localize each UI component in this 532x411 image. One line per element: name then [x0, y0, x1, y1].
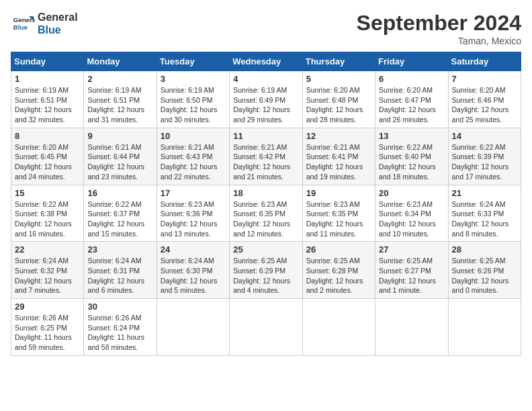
day-info: Sunrise: 6:25 AM Sunset: 6:26 PM Dayligh…	[452, 256, 517, 295]
calendar-cell: 16Sunrise: 6:22 AM Sunset: 6:37 PM Dayli…	[84, 185, 157, 242]
calendar-cell: 26Sunrise: 6:25 AM Sunset: 6:28 PM Dayli…	[302, 242, 375, 299]
col-header-sunday: Sunday	[11, 52, 84, 71]
day-info: Sunrise: 6:20 AM Sunset: 6:45 PM Dayligh…	[15, 142, 80, 182]
calendar-table: SundayMondayTuesdayWednesdayThursdayFrid…	[11, 52, 521, 356]
day-number: 9	[87, 131, 152, 141]
calendar-cell	[230, 299, 302, 356]
title-area: September 2024 Taman, Mexico	[357, 11, 521, 46]
calendar-cell: 5Sunrise: 6:20 AM Sunset: 6:48 PM Daylig…	[302, 71, 375, 128]
day-number: 16	[87, 188, 152, 198]
day-number: 29	[15, 302, 80, 312]
day-number: 17	[161, 188, 226, 198]
page-header: General Blue General Blue September 2024…	[11, 11, 521, 46]
day-number: 13	[379, 131, 444, 141]
svg-text:Blue: Blue	[13, 24, 28, 31]
day-info: Sunrise: 6:20 AM Sunset: 6:47 PM Dayligh…	[379, 85, 444, 125]
calendar-week-row: 29Sunrise: 6:26 AM Sunset: 6:25 PM Dayli…	[11, 299, 521, 356]
day-number: 2	[87, 74, 152, 84]
day-info: Sunrise: 6:21 AM Sunset: 6:43 PM Dayligh…	[161, 142, 226, 182]
day-number: 19	[306, 188, 371, 198]
day-number: 22	[15, 244, 80, 255]
day-info: Sunrise: 6:25 AM Sunset: 6:27 PM Dayligh…	[379, 256, 444, 295]
day-number: 30	[87, 302, 152, 312]
calendar-week-row: 1Sunrise: 6:19 AM Sunset: 6:51 PM Daylig…	[11, 71, 521, 128]
day-info: Sunrise: 6:23 AM Sunset: 6:36 PM Dayligh…	[161, 199, 226, 239]
day-number: 20	[379, 188, 444, 198]
calendar-cell	[375, 299, 448, 356]
calendar-cell: 4Sunrise: 6:19 AM Sunset: 6:49 PM Daylig…	[230, 71, 302, 128]
day-number: 1	[15, 74, 80, 84]
day-number: 23	[87, 244, 152, 255]
calendar-cell: 17Sunrise: 6:23 AM Sunset: 6:36 PM Dayli…	[157, 185, 229, 242]
calendar-header-row: SundayMondayTuesdayWednesdayThursdayFrid…	[11, 52, 521, 71]
calendar-cell: 23Sunrise: 6:24 AM Sunset: 6:31 PM Dayli…	[84, 242, 157, 299]
calendar-cell: 12Sunrise: 6:21 AM Sunset: 6:41 PM Dayli…	[302, 128, 375, 185]
calendar-week-row: 22Sunrise: 6:24 AM Sunset: 6:32 PM Dayli…	[11, 242, 521, 299]
col-header-tuesday: Tuesday	[157, 52, 229, 71]
day-info: Sunrise: 6:19 AM Sunset: 6:49 PM Dayligh…	[233, 85, 298, 125]
calendar-week-row: 8Sunrise: 6:20 AM Sunset: 6:45 PM Daylig…	[11, 128, 521, 185]
day-number: 7	[452, 74, 517, 84]
calendar-cell: 30Sunrise: 6:26 AM Sunset: 6:24 PM Dayli…	[84, 299, 157, 356]
day-info: Sunrise: 6:21 AM Sunset: 6:44 PM Dayligh…	[87, 142, 152, 182]
col-header-saturday: Saturday	[448, 52, 521, 71]
logo-line2: Blue	[38, 24, 78, 36]
calendar-cell: 7Sunrise: 6:20 AM Sunset: 6:46 PM Daylig…	[448, 71, 521, 128]
day-number: 15	[15, 188, 80, 198]
day-info: Sunrise: 6:25 AM Sunset: 6:29 PM Dayligh…	[233, 256, 298, 295]
day-info: Sunrise: 6:19 AM Sunset: 6:51 PM Dayligh…	[87, 85, 152, 125]
calendar-cell: 18Sunrise: 6:23 AM Sunset: 6:35 PM Dayli…	[230, 185, 302, 242]
calendar-cell: 8Sunrise: 6:20 AM Sunset: 6:45 PM Daylig…	[11, 128, 84, 185]
day-info: Sunrise: 6:22 AM Sunset: 6:37 PM Dayligh…	[87, 199, 152, 239]
day-info: Sunrise: 6:20 AM Sunset: 6:48 PM Dayligh…	[306, 85, 371, 125]
day-number: 27	[379, 244, 444, 255]
day-number: 10	[161, 131, 226, 141]
calendar-cell: 24Sunrise: 6:24 AM Sunset: 6:30 PM Dayli…	[157, 242, 229, 299]
day-number: 18	[233, 188, 298, 198]
calendar-cell: 14Sunrise: 6:22 AM Sunset: 6:39 PM Dayli…	[448, 128, 521, 185]
day-info: Sunrise: 6:26 AM Sunset: 6:25 PM Dayligh…	[15, 313, 80, 353]
day-info: Sunrise: 6:26 AM Sunset: 6:24 PM Dayligh…	[87, 313, 152, 353]
day-number: 12	[306, 131, 371, 141]
day-info: Sunrise: 6:21 AM Sunset: 6:41 PM Dayligh…	[306, 142, 371, 182]
col-header-friday: Friday	[375, 52, 448, 71]
day-info: Sunrise: 6:23 AM Sunset: 6:35 PM Dayligh…	[306, 199, 371, 239]
day-number: 6	[379, 74, 444, 84]
calendar-cell: 20Sunrise: 6:23 AM Sunset: 6:34 PM Dayli…	[375, 185, 448, 242]
calendar-week-row: 15Sunrise: 6:22 AM Sunset: 6:38 PM Dayli…	[11, 185, 521, 242]
day-info: Sunrise: 6:23 AM Sunset: 6:34 PM Dayligh…	[379, 199, 444, 239]
calendar-cell: 19Sunrise: 6:23 AM Sunset: 6:35 PM Dayli…	[302, 185, 375, 242]
calendar-cell	[302, 299, 375, 356]
calendar-cell: 3Sunrise: 6:19 AM Sunset: 6:50 PM Daylig…	[157, 71, 229, 128]
calendar-cell: 21Sunrise: 6:24 AM Sunset: 6:33 PM Dayli…	[448, 185, 521, 242]
day-number: 4	[233, 74, 298, 84]
day-number: 3	[161, 74, 226, 84]
day-info: Sunrise: 6:19 AM Sunset: 6:51 PM Dayligh…	[15, 85, 80, 125]
calendar-cell	[157, 299, 229, 356]
col-header-thursday: Thursday	[302, 52, 375, 71]
calendar-cell: 15Sunrise: 6:22 AM Sunset: 6:38 PM Dayli…	[11, 185, 84, 242]
calendar-cell: 2Sunrise: 6:19 AM Sunset: 6:51 PM Daylig…	[84, 71, 157, 128]
calendar-cell	[448, 299, 521, 356]
calendar-cell: 22Sunrise: 6:24 AM Sunset: 6:32 PM Dayli…	[11, 242, 84, 299]
calendar-cell: 11Sunrise: 6:21 AM Sunset: 6:42 PM Dayli…	[230, 128, 302, 185]
calendar-cell: 1Sunrise: 6:19 AM Sunset: 6:51 PM Daylig…	[11, 71, 84, 128]
day-number: 25	[233, 244, 298, 255]
day-info: Sunrise: 6:24 AM Sunset: 6:31 PM Dayligh…	[87, 256, 152, 295]
day-info: Sunrise: 6:25 AM Sunset: 6:28 PM Dayligh…	[306, 256, 371, 295]
logo-line1: General	[38, 11, 78, 24]
day-info: Sunrise: 6:20 AM Sunset: 6:46 PM Dayligh…	[452, 85, 517, 125]
day-number: 26	[306, 244, 371, 255]
calendar-cell: 28Sunrise: 6:25 AM Sunset: 6:26 PM Dayli…	[448, 242, 521, 299]
col-header-monday: Monday	[84, 52, 157, 71]
day-number: 24	[161, 244, 226, 255]
day-info: Sunrise: 6:22 AM Sunset: 6:38 PM Dayligh…	[15, 199, 80, 239]
day-info: Sunrise: 6:24 AM Sunset: 6:33 PM Dayligh…	[452, 199, 517, 239]
col-header-wednesday: Wednesday	[230, 52, 302, 71]
day-info: Sunrise: 6:24 AM Sunset: 6:30 PM Dayligh…	[161, 256, 226, 295]
logo: General Blue General Blue	[11, 11, 78, 36]
month-title: September 2024	[357, 11, 521, 36]
day-info: Sunrise: 6:22 AM Sunset: 6:40 PM Dayligh…	[379, 142, 444, 182]
calendar-cell: 29Sunrise: 6:26 AM Sunset: 6:25 PM Dayli…	[11, 299, 84, 356]
day-number: 14	[452, 131, 517, 141]
